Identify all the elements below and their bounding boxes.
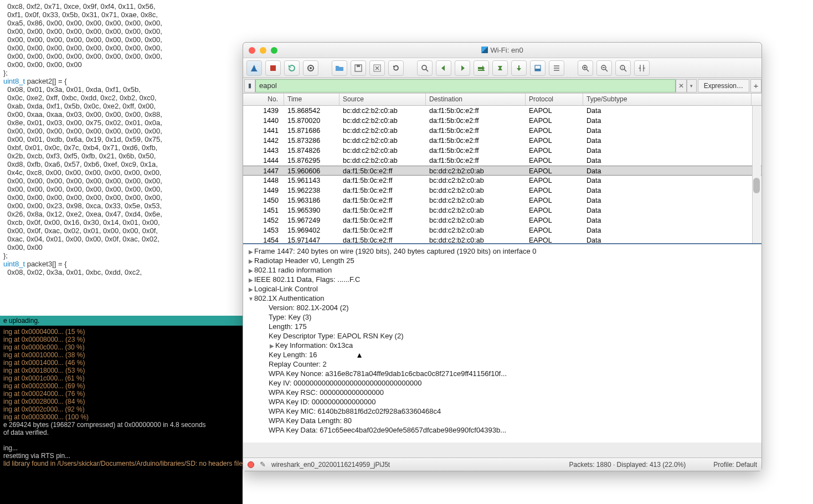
start-capture-button[interactable]	[246, 60, 262, 76]
detail-field[interactable]: Key IV: 00000000000000000000000000000000	[243, 378, 761, 388]
terminal-leaving: ing...	[3, 444, 239, 452]
terminal-line: ing at 0x00024000... (76 %)	[3, 390, 239, 398]
resize-columns-button[interactable]	[634, 60, 650, 76]
detail-field[interactable]: Key Descriptor Type: EAPOL RSN Key (2)	[243, 331, 761, 341]
packet-list-scrollbar[interactable]	[752, 106, 761, 243]
packet-row[interactable]: 145215.967249da:f1:5b:0c:e2:ffbc:dd:c2:b…	[243, 215, 761, 225]
minimize-window-button[interactable]	[260, 47, 266, 54]
header-protocol[interactable]: Protocol	[526, 94, 583, 105]
find-packet-button[interactable]	[417, 60, 433, 76]
packet-row[interactable]: 144415.876295bc:dd:c2:b2:c0:abda:f1:5b:0…	[243, 156, 761, 166]
expand-arrow-icon[interactable]: ▶	[248, 286, 254, 292]
detail-text: 802.11 radio information	[254, 266, 332, 274]
detail-field[interactable]: Key Length: 16	[243, 350, 761, 359]
expand-arrow-icon[interactable]: ▶	[248, 268, 254, 274]
detail-line[interactable]: ▶Logical-Link Control	[243, 284, 761, 294]
header-time[interactable]: Time	[284, 94, 339, 105]
packet-cell: bc:dd:c2:b2:c0:ab	[426, 196, 526, 205]
packet-cell: EAPOL	[526, 116, 583, 126]
detail-field[interactable]: Length: 175	[243, 322, 761, 331]
header-type[interactable]: Type/Subtype	[583, 94, 752, 105]
go-last-button[interactable]	[511, 60, 527, 76]
detail-field[interactable]: WPA Key MIC: 6140b2b881f6d2c02f928a63360…	[243, 407, 761, 416]
autoscroll-button[interactable]	[530, 60, 546, 76]
packet-row[interactable]: 144915.962238da:f1:5b:0c:e2:ffbc:dd:c2:b…	[243, 186, 761, 196]
expand-arrow-icon[interactable]: ▼	[248, 296, 254, 302]
detail-field[interactable]: Version: 802.1X-2004 (2)	[243, 303, 761, 312]
detail-field[interactable]: Type: Key (3)	[243, 312, 761, 322]
expand-arrow-icon[interactable]: ▶	[248, 249, 254, 255]
zoom-out-button[interactable]	[596, 60, 612, 76]
zoom-reset-button[interactable]: 1:1	[615, 60, 631, 76]
stop-capture-button[interactable]	[265, 60, 281, 76]
restart-capture-button[interactable]	[284, 60, 300, 76]
detail-line[interactable]: ▶IEEE 802.11 Data, Flags: ......F.C	[243, 275, 761, 284]
reload-button[interactable]	[388, 60, 404, 76]
scrollbar-thumb[interactable]	[753, 178, 760, 193]
titlebar[interactable]: Wi-Fi: en0	[243, 43, 761, 58]
header-no[interactable]: No.	[243, 94, 284, 105]
packet-row[interactable]: 143915.868542bc:dd:c2:b2:c0:abda:f1:5b:0…	[243, 106, 761, 116]
packet-cell: 1440	[243, 116, 284, 126]
packet-list-headers[interactable]: No. Time Source Destination Protocol Typ…	[243, 94, 761, 106]
expert-info-indicator[interactable]	[248, 461, 254, 468]
zoom-in-button[interactable]	[578, 60, 593, 76]
detail-field[interactable]: Replay Counter: 2	[243, 359, 761, 369]
detail-field[interactable]: WPA Key ID: 0000000000000000	[243, 397, 761, 407]
packet-row[interactable]: 144115.871686bc:dd:c2:b2:c0:abda:f1:5b:0…	[243, 126, 761, 136]
packet-row[interactable]: 145015.963186da:f1:5b:0c:e2:ffbc:dd:c2:b…	[243, 196, 761, 205]
packet-cell: EAPOL	[526, 205, 583, 215]
save-file-button[interactable]	[351, 60, 366, 76]
header-dest[interactable]: Destination	[426, 94, 526, 105]
packet-row[interactable]: 144315.874826bc:dd:c2:b2:c0:abda:f1:5b:0…	[243, 146, 761, 156]
go-back-button[interactable]	[436, 60, 451, 76]
add-filter-button[interactable]: +	[750, 79, 761, 92]
bookmark-filter-icon[interactable]: ▮	[244, 79, 255, 92]
detail-line[interactable]: ▶Radiotap Header v0, Length 25	[243, 256, 761, 265]
packet-row[interactable]: 145115.965390da:f1:5b:0c:e2:ffbc:dd:c2:b…	[243, 205, 761, 215]
packet-cell: da:f1:5b:0c:e2:ff	[339, 225, 426, 235]
detail-field[interactable]: WPA Key Nonce: a316e8c781a04ffe9dab1c6cb…	[243, 369, 761, 378]
packet-cell: EAPOL	[526, 186, 583, 196]
packet-row[interactable]: 144215.873286bc:dd:c2:b2:c0:abda:f1:5b:0…	[243, 136, 761, 146]
terminal-line: ing at 0x00004000... (15 %)	[3, 328, 239, 336]
hex-code-editor: 0xc8, 0xf2, 0x71, 0xce, 0x9f, 0xf4, 0x11…	[0, 0, 243, 321]
zoom-window-button[interactable]	[271, 47, 277, 54]
detail-field[interactable]: WPA Key Data: 671c65eec4baf02de90efe5865…	[243, 425, 761, 435]
close-window-button[interactable]	[249, 47, 255, 54]
detail-field[interactable]: WPA Key RSC: 0000000000000000	[243, 388, 761, 397]
expand-arrow-icon[interactable]: ▶	[248, 277, 254, 283]
go-first-button[interactable]	[492, 60, 508, 76]
detail-key-info[interactable]: ▶Key Information: 0x13ca	[243, 341, 761, 350]
display-filter-input[interactable]	[255, 79, 676, 92]
go-to-packet-button[interactable]	[474, 60, 489, 76]
expand-arrow-icon[interactable]: ▶	[248, 258, 254, 264]
packet-cell: da:f1:5b:0c:e2:ff	[426, 126, 526, 136]
detail-line[interactable]: ▶802.11 radio information	[243, 265, 761, 275]
packet-row[interactable]: 144015.870020bc:dd:c2:b2:c0:abda:f1:5b:0…	[243, 116, 761, 126]
packet-cell: 15.962238	[284, 186, 339, 196]
detail-line[interactable]: ▶Frame 1447: 240 bytes on wire (1920 bit…	[243, 246, 761, 256]
packet-row[interactable]: 145315.969402da:f1:5b:0c:e2:ffbc:dd:c2:b…	[243, 225, 761, 235]
status-profile[interactable]: Profile: Default	[713, 461, 757, 469]
close-file-button[interactable]	[369, 60, 385, 76]
packet-detail-pane[interactable]: ▶Frame 1447: 240 bytes on wire (1920 bit…	[243, 243, 761, 443]
detail-field[interactable]: WPA Key Data Length: 80	[243, 416, 761, 425]
expand-arrow-icon[interactable]: ▶	[269, 343, 275, 349]
packet-row[interactable]: 144815.961143da:f1:5b:0c:e2:ffbc:dd:c2:b…	[243, 176, 761, 186]
edit-capture-comment-icon[interactable]: ✎	[260, 460, 266, 469]
colorize-button[interactable]	[549, 60, 564, 76]
filter-history-dropdown[interactable]: ▾	[687, 79, 697, 92]
clear-filter-button[interactable]: ✕	[676, 79, 687, 92]
detail-line[interactable]: ▼802.1X Authentication	[243, 294, 761, 303]
go-forward-button[interactable]	[455, 60, 470, 76]
packet-row[interactable]: 145415.971447da:f1:5b:0c:e2:ffbc:dd:c2:b…	[243, 235, 761, 243]
open-file-button[interactable]	[332, 60, 347, 76]
capture-options-button[interactable]	[303, 60, 318, 76]
packet-cell: da:f1:5b:0c:e2:ff	[426, 116, 526, 126]
header-source[interactable]: Source	[339, 94, 426, 105]
packet-list[interactable]: 143915.868542bc:dd:c2:b2:c0:abda:f1:5b:0…	[243, 106, 761, 243]
packet-cell: 15.969402	[284, 225, 339, 235]
expression-button[interactable]: Expression…	[698, 79, 749, 92]
packet-row[interactable]: 144715.960606da:f1:5b:0c:e2:ffbc:dd:c2:b…	[243, 166, 761, 176]
